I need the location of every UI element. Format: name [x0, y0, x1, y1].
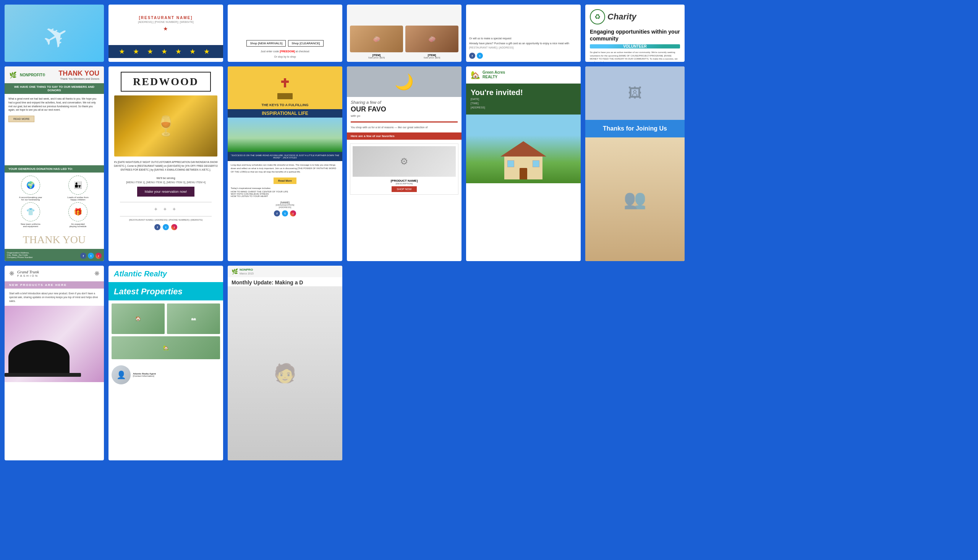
- insp-quote: "SUCCESS IS ON THE SAME ROAD AS FAILURE;…: [228, 152, 342, 161]
- np-icon-uniforms: 👕 New team uniforms and equipment: [8, 202, 53, 228]
- volunteer-image: VOLUNTEER: [590, 44, 680, 48]
- product-description: [DESCRIPTION]: [396, 182, 413, 185]
- join-title: Thanks for Joining Us: [590, 125, 680, 132]
- thank-you-script: THANK YOU: [5, 230, 104, 249]
- fashion-ornament-icon: ❋: [9, 270, 14, 277]
- property-item-1[interactable]: 🏠: [112, 303, 165, 334]
- restaurant-partial-text: Or will us to make a special request: [469, 37, 578, 40]
- fav-divider: [351, 122, 458, 123]
- card-restaurant-partial[interactable]: Or will us to make a special request Alr…: [466, 5, 581, 62]
- nonprofit2-leaf-icon: 🌿: [232, 268, 238, 275]
- donate-icon: 🎁: [74, 208, 82, 216]
- fashion-header: ❋ Grand Trunk FASHION ❋: [5, 266, 104, 281]
- realtor-info: Atlantic Realty Agent [Contact Informati…: [133, 373, 156, 377]
- nonprofit-members-bar: WE HAVE ONE THING TO SAY TO OUR MEMBERS …: [5, 83, 104, 94]
- redwood-instagram-icon[interactable]: i: [171, 224, 177, 230]
- gear-icon: ⚙: [400, 156, 408, 167]
- insp-footer: [NAME] [ORGANIZATION] [ADDRESS] f t i: [228, 199, 342, 219]
- item1-name: [ITEM]: [350, 54, 403, 57]
- invited-details: [DATE] [TIME] [ADDRESS]: [471, 97, 576, 110]
- twitter-icon[interactable]: t: [477, 53, 483, 59]
- facebook-icon[interactable]: f: [469, 53, 475, 59]
- redwood-menu-items: [MENU ITEM 1], [MENU ITEM 2], [MENU ITEM…: [122, 181, 209, 183]
- bible-icon: [278, 93, 293, 99]
- product-mini-card: ⚙ [PRODUCT NAME] [DESCRIPTION] SHOP NOW: [350, 143, 458, 195]
- card-shop[interactable]: Shop [NEW ARRIVALS] Shop [CLEARANCE] Jus…: [228, 5, 342, 62]
- nonprofit-footer: Organization Address, City, State, Zip C…: [5, 249, 104, 261]
- property-item-2[interactable]: 🏘: [167, 303, 220, 334]
- charity-body: So glad to have you as an active member …: [590, 51, 680, 62]
- fashion-hat-image: [5, 306, 104, 382]
- redwood-footer: [RESTAURANT NAME] | [ADDRESS] | [PHONE N…: [129, 219, 202, 224]
- fashion-logo-area: Grand Trunk FASHION: [17, 270, 39, 278]
- card-redwood[interactable]: REDWOOD 🍷 It's [DATE NIGHT/GIRLS' NIGHT …: [109, 67, 223, 261]
- redwood-twitter-icon[interactable]: t: [163, 224, 169, 230]
- restaurant-social-icons: f t: [469, 53, 578, 59]
- insp-instagram-icon[interactable]: i: [290, 210, 296, 217]
- card-nonprofit-monthly[interactable]: 🌿 NONPRO Marco 2015 Monthly Update: Maki…: [228, 266, 342, 460]
- nonprofit-donation-bar: YOUR GENEROUS DONATION HAS LED TO:: [5, 165, 104, 173]
- card-thanks-joining[interactable]: 🖼 Thanks for Joining Us 👥: [585, 67, 685, 261]
- realty-header: 🏡 Green Acres REALTY: [466, 67, 581, 83]
- np-twitter-icon[interactable]: t: [88, 253, 94, 259]
- card-inspirational[interactable]: THE KEYS TO A FULFILLING INSPIRATIONAL L…: [228, 67, 342, 261]
- shop-clearance-btn[interactable]: Shop [CLEARANCE]: [288, 40, 323, 47]
- card-green-acres[interactable]: 🏡 Green Acres REALTY You're invited! [DA…: [466, 67, 581, 261]
- redwood-facebook-icon[interactable]: f: [154, 224, 160, 230]
- shop-buttons-container: Shop [NEW ARRIVALS] Shop [CLEARANCE]: [246, 40, 323, 47]
- realty-logo-text: Green Acres REALTY: [483, 70, 505, 79]
- np-icon-smiles: 👨‍👧 Loads of smiles from happy children: [55, 176, 101, 201]
- favorites-header-image: 🌙: [347, 67, 461, 97]
- nonprofit-header: 🌿 NONPROFIT® THANK YOU Thank You Members…: [5, 67, 104, 83]
- property-item-3[interactable]: 🏡: [112, 336, 220, 359]
- nonprofit-leaf-icon: 🌿: [9, 72, 17, 78]
- card-atlantic-realty[interactable]: Atlantic Realty Latest Properties 🏠 🏘 🏡 …: [109, 266, 223, 460]
- shop-now-button[interactable]: SHOP NOW: [391, 186, 417, 192]
- person-icon: 🧑: [274, 363, 296, 384]
- redwood-separator: ✦ ✦ ✦: [154, 205, 178, 214]
- card-military[interactable]: [RESTAURANT NAME] [ADDRESS] | [PHONE NUM…: [109, 5, 223, 62]
- with-you-text: with yo: [347, 113, 461, 120]
- shop-new-arrivals-btn[interactable]: Shop [NEW ARRIVALS]: [246, 40, 286, 47]
- realty-person-section: 👤 Atlantic Realty Agent [Contact Informa…: [109, 362, 223, 387]
- properties-grid: 🏠 🏘 🏡: [109, 300, 223, 362]
- card-travel[interactable]: ✈: [5, 5, 104, 62]
- insp-body: Long days and busy schedules can make li…: [228, 161, 342, 176]
- insp-twitter-icon[interactable]: t: [282, 210, 288, 217]
- people-icon: 👥: [624, 188, 646, 210]
- nonprofit2-logo: NONPRO Marco 2015: [239, 268, 254, 275]
- house-shape: [500, 141, 546, 179]
- np-icon-fundraising: 🌍 A record-breaking year for our fundrai…: [8, 176, 53, 201]
- insp-read-more-button[interactable]: Read More: [274, 178, 296, 184]
- nonprofit2-monthly-title: Monthly Update: Making a D: [228, 277, 342, 286]
- join-blue-bar: Thanks for Joining Us: [585, 120, 685, 137]
- wine-glass-icon: 🍷: [154, 115, 178, 137]
- nonprofit2-header: 🌿 NONPRO Marco 2015: [228, 266, 342, 277]
- read-more-button[interactable]: READ MORE: [8, 116, 34, 122]
- insp-facebook-icon[interactable]: f: [274, 210, 280, 217]
- nonprofit-logo: NONPROFIT®: [20, 73, 45, 77]
- latest-properties-banner: Latest Properties: [109, 283, 223, 300]
- card-nonprofit-thankyou[interactable]: 🌿 NONPROFIT® THANK YOU Thank You Members…: [5, 67, 104, 261]
- join-people-image: 👥: [585, 137, 685, 261]
- soap-items: 🧼 [ITEM] Sale price: [$15] 🧼 [ITEM] Sale…: [350, 25, 458, 59]
- charity-logo-text: Charity: [607, 12, 637, 22]
- insp-message-list: Today's inspirational message includes: …: [228, 185, 342, 199]
- card-charity[interactable]: ♻ Charity Engaging opportunities within …: [585, 5, 685, 62]
- military-restaurant-name: [RESTAURANT NAME]: [139, 16, 192, 20]
- np-instagram-icon[interactable]: i: [95, 253, 102, 259]
- youre-invited-section: You're invited! [DATE] [TIME] [ADDRESS]: [466, 83, 581, 115]
- product-mini-image: ⚙: [353, 146, 456, 177]
- fashion-body: Start with a brief introduction about yo…: [5, 288, 104, 306]
- card-soap-products[interactable]: 🧼 [ITEM] Sale price: [$15] 🧼 [ITEM] Sale…: [347, 5, 461, 62]
- image-placeholder-icon: 🖼: [628, 85, 642, 101]
- realty-house-image: [466, 115, 581, 183]
- freedom-code-line: Just enter code [FREEDOM] at checkout: [261, 50, 309, 53]
- np-facebook-icon[interactable]: f: [80, 253, 86, 259]
- redwood-divider-2: [120, 216, 212, 217]
- card-fashion[interactable]: ❋ Grand Trunk FASHION ❋ NEW PRODUCTS ARE…: [5, 266, 104, 460]
- redwood-reserve-button[interactable]: Make your reservation now!: [137, 187, 195, 197]
- card-favorites-partial[interactable]: 🌙 Sharing a few of OUR FAVO with yo You …: [347, 67, 461, 261]
- nonprofit-icons-grid: 🌍 A record-breaking year for our fundrai…: [5, 173, 104, 230]
- you-shop-text: You shop with us for a lot of reasons — …: [347, 124, 461, 131]
